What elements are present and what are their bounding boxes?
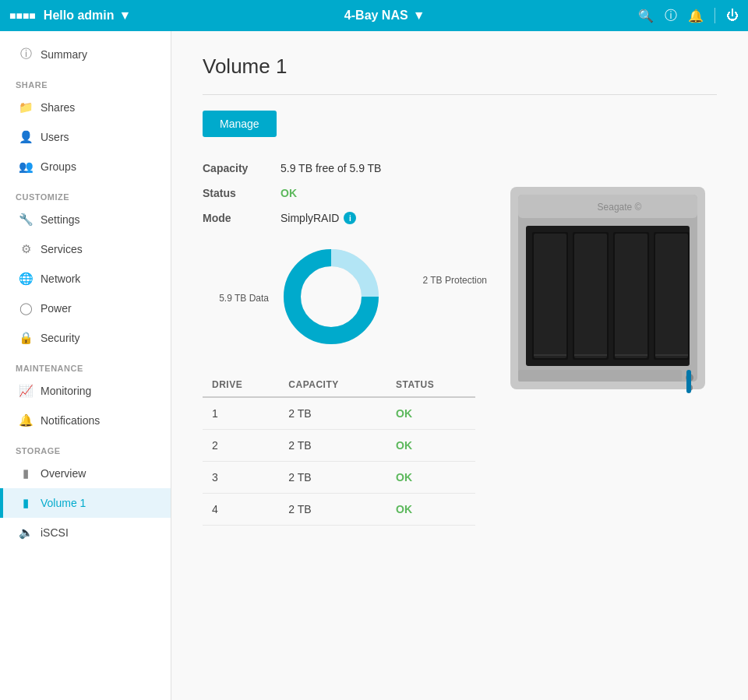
- sidebar-item-power[interactable]: ◯ Power: [0, 294, 171, 323]
- nas-image-area: Seagate ©: [499, 156, 717, 526]
- drive-num: 3: [203, 462, 279, 494]
- capacity-label: Capacity: [203, 162, 280, 174]
- app-title: Hello admin ▼: [44, 9, 132, 23]
- sidebar-item-monitoring[interactable]: 📈 Monitoring: [0, 376, 171, 406]
- status-row: Status OK: [203, 181, 475, 206]
- protection-label: 2 TB Protection: [423, 275, 488, 286]
- drive-capacity: 2 TB: [279, 494, 386, 526]
- drive-status: OK: [386, 397, 475, 430]
- drive-capacity: 2 TB: [279, 430, 386, 462]
- sidebar-label-notifications: Notifications: [41, 414, 100, 427]
- sidebar-label-shares: Shares: [41, 101, 75, 114]
- info-icon: ⓘ: [19, 47, 33, 62]
- sidebar-item-volume1[interactable]: ▮ Volume 1: [0, 488, 171, 518]
- drive-capacity: 2 TB: [279, 462, 386, 494]
- status-label: Status: [203, 187, 280, 199]
- grid-icon[interactable]: ■■■■: [9, 9, 36, 22]
- power-icon[interactable]: ⏻: [726, 9, 739, 23]
- sidebar: ⓘ Summary SHARE 📁 Shares 👤 Users 👥 Group…: [0, 31, 171, 700]
- monitoring-icon: 📈: [19, 384, 33, 398]
- sidebar-section-share: SHARE: [0, 69, 171, 93]
- user-icon: 👤: [19, 130, 33, 144]
- svg-rect-23: [518, 370, 682, 382]
- data-label: 5.9 TB Data: [210, 293, 269, 304]
- app-title-dropdown-icon[interactable]: ▼: [119, 9, 132, 23]
- sidebar-label-summary: Summary: [41, 48, 87, 61]
- center-title-text: 4-Bay NAS: [344, 9, 408, 23]
- sidebar-label-settings: Settings: [41, 213, 80, 226]
- sidebar-item-notifications[interactable]: 🔔 Notifications: [0, 406, 171, 435]
- capacity-row: Capacity 5.9 TB free of 5.9 TB: [203, 156, 475, 181]
- drive-table-body: 1 2 TB OK 2 2 TB OK 3 2 TB OK 4 2 TB OK: [203, 397, 475, 526]
- sidebar-label-groups: Groups: [41, 160, 76, 173]
- sidebar-item-iscsi[interactable]: 🔈 iSCSI: [0, 518, 171, 547]
- drive-num: 2: [203, 430, 279, 462]
- center-dropdown-icon[interactable]: ▼: [413, 9, 425, 23]
- col-capacity: CAPACITY: [279, 373, 386, 397]
- sidebar-item-network[interactable]: 🌐 Network: [0, 264, 171, 294]
- app-title-text: Hello admin: [44, 9, 115, 23]
- wrench-icon: 🔧: [19, 213, 33, 227]
- center-title: 4-Bay NAS ▼: [131, 9, 638, 23]
- mode-value: SimplyRAID i: [280, 212, 356, 224]
- nas-device-image: Seagate ©: [503, 171, 713, 405]
- svg-rect-22: [686, 370, 691, 393]
- sidebar-item-security[interactable]: 🔒 Security: [0, 323, 171, 353]
- topbar-divider: [714, 8, 715, 23]
- volume-icon: ▮: [19, 496, 33, 510]
- manage-button[interactable]: Manage: [203, 111, 277, 137]
- sidebar-item-shares[interactable]: 📁 Shares: [0, 93, 171, 122]
- sidebar-label-network: Network: [41, 273, 80, 285]
- title-divider: [203, 94, 717, 95]
- content-left: Capacity 5.9 TB free of 5.9 TB Status OK…: [203, 156, 475, 526]
- svg-rect-12: [574, 234, 607, 358]
- power-nav-icon: ◯: [19, 301, 33, 315]
- table-row: 2 2 TB OK: [203, 430, 475, 462]
- donut-chart: [280, 246, 382, 347]
- chart-section: 5.9 TB Data 2 TB Protection: [203, 246, 475, 350]
- sidebar-section-customize: CUSTOMIZE: [0, 181, 171, 205]
- sidebar-label-volume1: Volume 1: [41, 497, 86, 509]
- capacity-value: 5.9 TB free of 5.9 TB: [280, 162, 381, 174]
- content-row: Capacity 5.9 TB free of 5.9 TB Status OK…: [203, 156, 717, 526]
- topbar-right-icons: 🔍 ⓘ 🔔 ⏻: [638, 8, 739, 24]
- sidebar-item-users[interactable]: 👤 Users: [0, 122, 171, 152]
- drive-status: OK: [386, 462, 475, 494]
- sidebar-label-overview: Overview: [41, 467, 86, 480]
- drive-status: OK: [386, 430, 475, 462]
- folder-icon: 📁: [19, 100, 33, 114]
- table-row: 1 2 TB OK: [203, 397, 475, 430]
- svg-rect-18: [655, 234, 688, 358]
- sidebar-label-users: Users: [41, 131, 69, 143]
- info-table: Capacity 5.9 TB free of 5.9 TB Status OK…: [203, 156, 475, 230]
- storage-icon: ▮: [19, 466, 33, 480]
- svg-rect-9: [534, 234, 566, 358]
- help-icon[interactable]: ⓘ: [665, 8, 677, 24]
- mode-info-icon[interactable]: i: [344, 212, 356, 224]
- sidebar-item-overview[interactable]: ▮ Overview: [0, 459, 171, 488]
- col-drive: DRIVE: [203, 373, 279, 397]
- layout: ⓘ Summary SHARE 📁 Shares 👤 Users 👥 Group…: [0, 31, 748, 700]
- sidebar-section-maintenance: MAINTENANCE: [0, 353, 171, 376]
- topbar: ■■■■ Hello admin ▼ 4-Bay NAS ▼ 🔍 ⓘ 🔔 ⏻: [0, 0, 748, 31]
- sidebar-item-summary[interactable]: ⓘ Summary: [0, 39, 171, 69]
- sidebar-label-monitoring: Monitoring: [41, 385, 91, 397]
- status-value: OK: [280, 187, 297, 199]
- bell-icon[interactable]: 🔔: [688, 9, 704, 23]
- drive-capacity: 2 TB: [279, 397, 386, 430]
- network-icon: 🌐: [19, 272, 33, 286]
- table-row: 3 2 TB OK: [203, 462, 475, 494]
- iscsi-icon: 🔈: [19, 526, 33, 540]
- col-status: STATUS: [386, 373, 475, 397]
- group-icon: 👥: [19, 160, 33, 174]
- sidebar-item-groups[interactable]: 👥 Groups: [0, 152, 171, 181]
- drive-status: OK: [386, 494, 475, 526]
- sidebar-item-services[interactable]: ⚙ Services: [0, 234, 171, 264]
- donut-chart-wrapper: 5.9 TB Data 2 TB Protection: [280, 246, 382, 350]
- svg-rect-15: [615, 234, 647, 358]
- sidebar-label-iscsi: iSCSI: [41, 526, 69, 539]
- mode-row: Mode SimplyRAID i: [203, 206, 475, 230]
- mode-text: SimplyRAID: [280, 212, 339, 224]
- sidebar-item-settings[interactable]: 🔧 Settings: [0, 205, 171, 234]
- search-icon[interactable]: 🔍: [638, 9, 654, 23]
